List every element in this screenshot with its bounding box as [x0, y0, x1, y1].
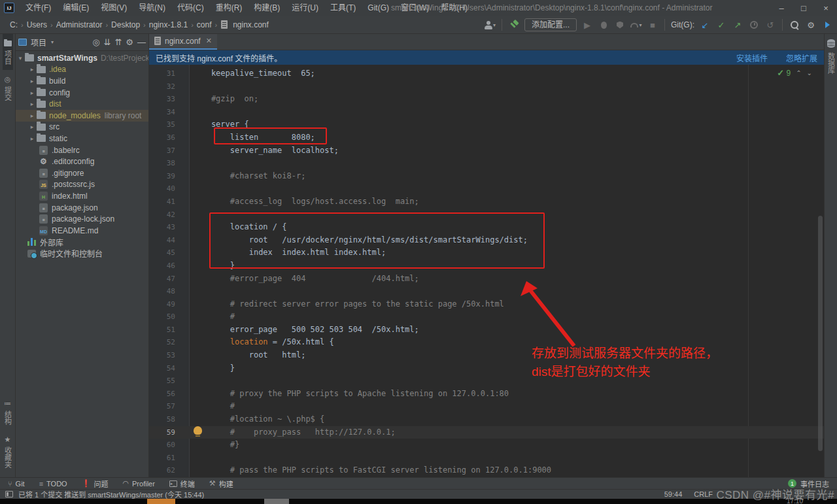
bottom-tab-problems[interactable]: ❗问题 [82, 479, 109, 489]
code-line-32[interactable]: 32 [149, 80, 824, 93]
sidebar-tab-project[interactable]: 项目 [3, 34, 13, 70]
bottom-tab-profiler[interactable]: ◠Profiler [122, 479, 154, 488]
stop-icon[interactable]: ■ [647, 18, 658, 31]
tree-file-README.md[interactable]: MDREADME.md [16, 225, 148, 237]
menu-item-4[interactable]: 代码(C) [171, 0, 210, 16]
ide-plugin-icon[interactable] [821, 18, 833, 31]
menu-item-9[interactable]: Git(G) [362, 0, 395, 16]
editor-scrollbar[interactable] [818, 216, 823, 451]
prev-problem-icon[interactable]: ⌃ [796, 69, 801, 76]
breadcrumb-item-2[interactable]: Administrator [54, 20, 105, 29]
menu-item-1[interactable]: 编辑(E) [57, 0, 95, 16]
breadcrumb-item-4[interactable]: nginx-1.8.1 [147, 20, 190, 29]
code-line-39[interactable]: 39 #charset koi8-r; [149, 170, 824, 183]
tab-close-icon[interactable]: ✕ [206, 37, 212, 45]
tree-file-.babelrc[interactable]: ≡.babelrc [16, 144, 148, 156]
build-hammer-icon[interactable] [508, 18, 520, 31]
close-button[interactable]: × [815, 0, 837, 16]
code-line-59[interactable]: 59 # proxy_pass http://127.0.0.1; [149, 426, 824, 439]
code-line-37[interactable]: 37 server_name localhost; [149, 144, 824, 158]
locate-file-icon[interactable]: ◎ [92, 37, 99, 47]
breadcrumb-item-3[interactable]: Desktop [109, 20, 142, 29]
taskbar-app-gray[interactable] [264, 499, 289, 504]
tree-file-index.html[interactable]: Hindex.html [16, 190, 148, 202]
code-line-48[interactable]: 48 [149, 285, 824, 298]
sidebar-tab-structure[interactable]: ≔结构 [3, 394, 13, 430]
tree-file-.editorconfig[interactable]: ⚙.editorconfig [16, 156, 148, 167]
git-update-icon[interactable]: ↙ [699, 18, 711, 31]
expand-all-icon[interactable]: ⇊ [104, 37, 111, 47]
tree-folder-.idea[interactable]: ▸.idea [16, 64, 148, 76]
breadcrumb-item-0[interactable]: C: [8, 20, 20, 29]
git-push-icon[interactable]: ↗ [732, 18, 743, 31]
tree-folder-src[interactable]: ▸src [16, 122, 148, 133]
bottom-tab-build[interactable]: ⚒构建 [209, 479, 233, 489]
settings-gear-icon[interactable]: ⚙ [805, 18, 817, 31]
code-line-54[interactable]: 54 } [149, 362, 824, 375]
menu-item-7[interactable]: 运行(U) [286, 0, 324, 16]
user-avatar-icon[interactable]: ▾ [484, 18, 496, 31]
run-icon[interactable]: ▶ [581, 18, 593, 31]
code-line-52[interactable]: 52 location = /50x.html { [149, 336, 824, 349]
collapse-all-icon[interactable]: ⇈ [114, 37, 122, 47]
code-line-31[interactable]: 31 keepalive_timeout 65; [149, 67, 824, 80]
code-line-41[interactable]: 41 #access_log logs/host.access.log main… [149, 195, 824, 209]
menu-item-5[interactable]: 重构(R) [210, 0, 248, 16]
menu-item-6[interactable]: 构建(B) [248, 0, 286, 16]
profiler-icon[interactable]: ▾ [630, 18, 642, 31]
inspections-widget[interactable]: ✓ 9 ⌃ ⌄ [777, 68, 812, 78]
next-problem-icon[interactable]: ⌄ [807, 69, 812, 76]
maximize-button[interactable]: □ [793, 0, 815, 16]
code-line-51[interactable]: 51 error_page 500 502 503 504 /50x.html; [149, 324, 824, 337]
panel-settings-gear-icon[interactable]: ⚙ [126, 37, 133, 47]
tree-file-.postcssrc.js[interactable]: JS.postcssrc.js [16, 179, 148, 191]
coverage-icon[interactable] [614, 18, 626, 31]
code-line-56[interactable]: 56 # proxy the PHP scripts to Apache lis… [149, 388, 824, 401]
code-line-58[interactable]: 58 #location ~ \.php$ { [149, 413, 824, 426]
sidebar-tab-database[interactable]: 数据库 [826, 34, 836, 79]
tree-folder-config[interactable]: ▸config [16, 87, 148, 99]
run-config-selector[interactable]: 添加配置... [524, 18, 577, 31]
menu-item-0[interactable]: 文件(F) [20, 0, 57, 16]
code-line-57[interactable]: 57 # [149, 400, 824, 413]
code-line-55[interactable]: 55 [149, 375, 824, 388]
tree-folder-static[interactable]: ▸static [16, 133, 148, 144]
code-editor[interactable]: 31 keepalive_timeout 65;3233 #gzip on;34… [149, 65, 824, 477]
code-line-53[interactable]: 53 root html; [149, 349, 824, 362]
tree-file-package.json[interactable]: ≡package.json [16, 202, 148, 214]
breadcrumb-item-5[interactable]: conf [195, 20, 214, 29]
code-line-34[interactable]: 34 [149, 106, 824, 119]
line-ending-indicator[interactable]: CRLF [694, 490, 713, 498]
code-line-61[interactable]: 61 [149, 452, 824, 465]
history-icon[interactable] [748, 18, 760, 31]
tree-folder-node_modules[interactable]: ▸node_moduleslibrary root [16, 110, 148, 122]
tree-node-scratch[interactable]: 临时文件和控制台 [16, 248, 148, 260]
breadcrumb-item-6[interactable]: nginx.conf [231, 20, 271, 29]
sidebar-tab-favorites[interactable]: ★收藏夹 [3, 430, 13, 473]
bottom-tab-terminal[interactable]: ▸_终端 [169, 479, 195, 489]
project-view-selector[interactable]: 项目 [31, 37, 46, 48]
tree-file-.gitignore[interactable]: ≡.gitignore [16, 167, 148, 179]
bottom-tab-todo[interactable]: ≡TODO [39, 480, 67, 488]
rollback-icon[interactable]: ↺ [764, 18, 776, 31]
search-everywhere-icon[interactable] [789, 18, 800, 31]
bottom-tab-git[interactable]: ⑂Git [8, 480, 25, 488]
menu-item-8[interactable]: 工具(T) [324, 0, 362, 16]
ignore-extension-link[interactable]: 忽略扩展 [786, 52, 817, 63]
minimize-button[interactable]: – [770, 0, 793, 16]
code-line-40[interactable]: 40 [149, 182, 824, 195]
code-line-60[interactable]: 60 #} [149, 439, 824, 452]
code-line-38[interactable]: 38 [149, 157, 824, 170]
code-line-62[interactable]: 62 # pass the PHP scripts to FastCGI ser… [149, 464, 824, 477]
taskbar-app-orange[interactable] [147, 499, 175, 504]
debug-icon[interactable] [598, 18, 609, 31]
tree-root[interactable]: ▾smartStarWingsD:\testProjeck\ [16, 52, 148, 64]
hide-panel-icon[interactable]: — [137, 37, 146, 47]
tree-node-lib[interactable]: 外部库 [16, 237, 148, 248]
event-log-button[interactable]: 事件日志 [800, 479, 829, 489]
tree-file-package-lock.json[interactable]: ≡package-lock.json [16, 213, 148, 225]
code-line-49[interactable]: 49 # redirect server error pages to the … [149, 298, 824, 311]
code-line-47[interactable]: 47 #error_page 404 /404.html; [149, 273, 824, 286]
breadcrumb-item-1[interactable]: Users [25, 20, 49, 29]
menu-item-2[interactable]: 视图(V) [95, 0, 133, 16]
